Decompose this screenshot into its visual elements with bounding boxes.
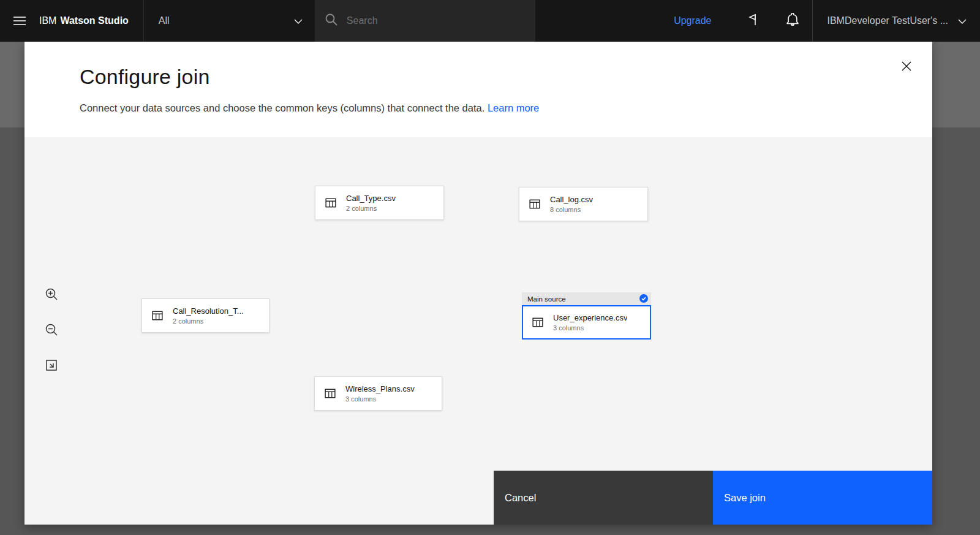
main-source-badge: Main source xyxy=(522,292,651,305)
node-subtitle: 3 columns xyxy=(345,395,415,403)
node-subtitle: 3 columns xyxy=(553,324,627,332)
main-source-group: Main source User_experience.csv 3 column… xyxy=(522,292,651,340)
chevron-down-icon xyxy=(958,15,967,26)
node-subtitle: 8 columns xyxy=(550,206,593,213)
node-title: Call_log.csv xyxy=(550,195,593,204)
page-title: Configure join xyxy=(80,65,902,89)
join-canvas[interactable]: Call_Type.csv 2 columns Call_log.csv 8 c… xyxy=(24,137,932,525)
notifications-button[interactable] xyxy=(773,0,812,42)
node-subtitle: 2 columns xyxy=(346,205,396,212)
hamburger-icon xyxy=(13,16,26,26)
close-icon xyxy=(902,61,911,74)
checkmark-icon xyxy=(639,294,648,304)
modal-header: Configure join Connect your data sources… xyxy=(24,42,932,137)
zoom-out-icon xyxy=(45,323,58,339)
node-title: Wireless_Plans.csv xyxy=(345,384,415,393)
account-label: IBMDeveloper TestUser's ... xyxy=(827,15,949,26)
brand-prefix: IBM xyxy=(39,15,56,26)
data-table-icon xyxy=(152,310,163,321)
scope-dropdown[interactable]: All xyxy=(143,0,315,42)
configure-join-modal: Configure join Connect your data sources… xyxy=(24,42,932,525)
search-input[interactable] xyxy=(347,15,526,26)
app-header: IBM Watson Studio All Upgrade IBMDevelop… xyxy=(0,0,980,42)
flag-icon xyxy=(748,13,759,29)
data-table-icon xyxy=(532,317,543,328)
data-table-icon xyxy=(325,388,336,399)
modal-subtitle: Connect your data sources and choose the… xyxy=(80,102,902,114)
pointer-tool-button[interactable] xyxy=(734,0,773,42)
fit-to-screen-icon xyxy=(45,359,58,374)
save-join-button[interactable]: Save join xyxy=(713,471,932,525)
data-node-user-experience[interactable]: User_experience.csv 3 columns xyxy=(522,305,651,340)
cancel-button[interactable]: Cancel xyxy=(494,471,713,525)
search-icon xyxy=(325,13,338,29)
close-button[interactable] xyxy=(894,55,919,80)
data-table-icon xyxy=(529,199,540,210)
learn-more-link[interactable]: Learn more xyxy=(488,102,539,113)
data-node-call-resolution[interactable]: Call_Resolution_T... 2 columns xyxy=(141,298,270,333)
header-spacer xyxy=(535,0,652,42)
upgrade-link[interactable]: Upgrade xyxy=(652,0,733,42)
modal-footer: Cancel Save join xyxy=(494,471,932,525)
subtitle-text: Connect your data sources and choose the… xyxy=(80,102,484,113)
canvas-controls xyxy=(44,288,59,374)
chevron-down-icon xyxy=(294,15,303,26)
data-node-call-type[interactable]: Call_Type.csv 2 columns xyxy=(315,186,444,220)
bell-icon xyxy=(786,13,799,29)
node-title: User_experience.csv xyxy=(553,313,627,322)
data-node-wireless-plans[interactable]: Wireless_Plans.csv 3 columns xyxy=(314,376,442,411)
node-subtitle: 2 columns xyxy=(173,317,244,325)
node-title: Call_Resolution_T... xyxy=(173,306,244,316)
hamburger-menu-button[interactable] xyxy=(0,0,39,42)
main-source-label: Main source xyxy=(527,295,566,303)
zoom-in-icon xyxy=(45,287,58,303)
data-node-call-log[interactable]: Call_log.csv 8 columns xyxy=(519,187,648,221)
scope-dropdown-value: All xyxy=(159,15,170,26)
data-table-icon xyxy=(325,197,336,208)
account-menu[interactable]: IBMDeveloper TestUser's ... xyxy=(813,0,980,42)
fit-to-screen-button[interactable] xyxy=(44,359,59,374)
global-search xyxy=(315,0,535,42)
node-title: Call_Type.csv xyxy=(346,194,396,203)
zoom-out-button[interactable] xyxy=(44,324,59,338)
brand-product: Watson Studio xyxy=(60,15,128,26)
brand-title: IBM Watson Studio xyxy=(39,0,143,42)
zoom-in-button[interactable] xyxy=(44,288,59,303)
